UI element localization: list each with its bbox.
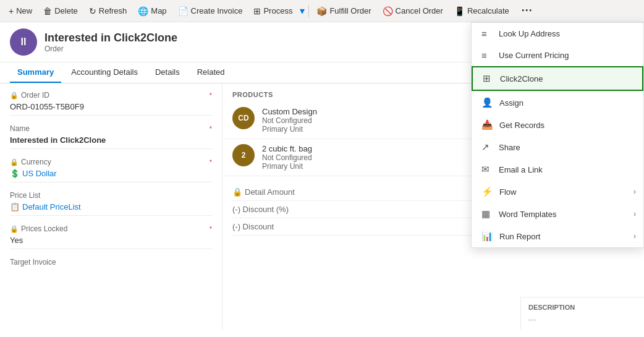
tab-details[interactable]: Details [148,62,187,83]
required-star: * [210,92,212,99]
required-star-3: * [210,158,212,166]
lock-icon: 🔒 [10,92,19,100]
dropdown-run-report[interactable]: 📊 Run Report › [472,225,643,247]
recalculate-icon: 📱 [454,6,465,16]
separator-1 [308,5,309,17]
field-name-value: Interested in Click2Clone [10,134,212,146]
delete-icon: 🗑 [43,6,52,16]
product-avatar-2: 2 [232,144,255,166]
share-icon: ↗ [481,142,493,153]
product-info-2: 2 cubic ft. bag Not Configured Primary U… [262,144,312,171]
run-report-icon: 📊 [481,231,493,242]
email-link-icon: ✉ [481,164,493,175]
field-target-invoice: Target Invoice [10,258,212,279]
lookup-address-icon: ≡ [481,28,493,39]
field-order-id: 🔒 Order ID * ORD-01055-T5B0F9 [10,91,212,116]
process-chevron[interactable]: ▾ [299,5,306,17]
toolbar: + New 🗑 Delete ↻ Refresh 🌐 Map 📄 Create … [0,0,644,22]
fulfill-order-button[interactable]: 📦 Fulfill Order [311,4,376,19]
dropdown-lookup-address[interactable]: ≡ Look Up Address [472,23,643,45]
more-button[interactable]: ··· [515,2,539,20]
tab-accounting-details[interactable]: Accounting Details [64,62,145,83]
dropdown-assign[interactable]: 👤 Assign [472,92,643,114]
field-prices-locked-value: Yes [10,234,212,246]
dropdown-flow[interactable]: ⚡ Flow › [472,181,643,203]
delete-button[interactable]: 🗑 Delete [38,4,83,19]
recalculate-button[interactable]: 📱 Recalculate [449,4,514,19]
map-button[interactable]: 🌐 Map [133,4,171,19]
field-currency-value[interactable]: 💲 US Dollar [10,168,212,179]
assign-icon: 👤 [481,97,493,108]
field-target-invoice-value [10,268,212,279]
click2clone-icon: ⊞ [483,73,494,84]
description-box: DESCRIPTION --- [520,297,644,330]
avatar: II [10,28,37,56]
dropdown-share[interactable]: ↗ Share [472,136,643,158]
dropdown-get-records[interactable]: 📥 Get Records [472,114,643,136]
new-icon: + [9,6,14,16]
price-list-icon: 📋 [10,202,20,211]
run-report-chevron: › [633,232,636,241]
map-icon: 🌐 [138,6,148,16]
dropdown-use-current-pricing[interactable]: ≡ Use Current Pricing [472,45,643,66]
field-currency: 🔒 Currency * 💲 US Dollar [10,158,212,182]
process-icon: ⊞ [253,6,261,16]
left-panel: 🔒 Order ID * ORD-01055-T5B0F9 Name * Int… [0,83,222,330]
refresh-icon: ↻ [89,6,96,16]
dropdown-menu: ≡ Look Up Address ≡ Use Current Pricing … [471,22,644,248]
get-records-icon: 📥 [481,119,493,130]
required-star-4: * [210,225,212,232]
product-info-1: Custom Design Not Configured Primary Uni… [262,107,317,134]
flow-chevron: › [633,187,636,196]
field-order-id-value: ORD-01055-T5B0F9 [10,101,212,113]
tab-related[interactable]: Related [190,62,232,83]
refresh-button[interactable]: ↻ Refresh [84,4,132,19]
fulfill-icon: 📦 [316,6,327,16]
field-name: Name * Interested in Click2Clone [10,124,212,149]
new-button[interactable]: + New [4,4,37,19]
use-pricing-icon: ≡ [481,50,493,61]
word-templates-chevron: › [633,210,636,218]
lock-icon-detail: 🔒 [232,187,242,197]
cancel-icon: 🚫 [383,6,393,16]
product-avatar-1: CD [232,107,255,129]
dropdown-click2clone[interactable]: ⊞ Click2Clone [472,66,643,91]
invoice-icon: 📄 [178,6,189,16]
record-type: Order [44,45,177,53]
cancel-order-button[interactable]: 🚫 Cancel Order [378,4,448,19]
word-templates-icon: ▦ [481,208,493,220]
required-star-2: * [210,125,212,132]
tab-summary[interactable]: Summary [10,62,61,83]
create-invoice-button[interactable]: 📄 Create Invoice [173,4,248,19]
currency-icon: 💲 [10,169,20,178]
field-prices-locked: 🔒 Prices Locked * Yes [10,224,212,249]
lock-icon-2: 🔒 [10,158,19,166]
lock-icon-3: 🔒 [10,225,19,233]
dropdown-email-link[interactable]: ✉ Email a Link [472,158,643,181]
dropdown-word-templates[interactable]: ▦ Word Templates › [472,203,643,225]
process-button[interactable]: ⊞ Process [248,4,297,19]
flow-icon: ⚡ [481,186,493,197]
field-price-list: Price List 📋 Default PriceList [10,191,212,216]
record-title: Interested in Click2Clone [44,32,177,45]
field-price-list-value[interactable]: 📋 Default PriceList [10,201,212,213]
